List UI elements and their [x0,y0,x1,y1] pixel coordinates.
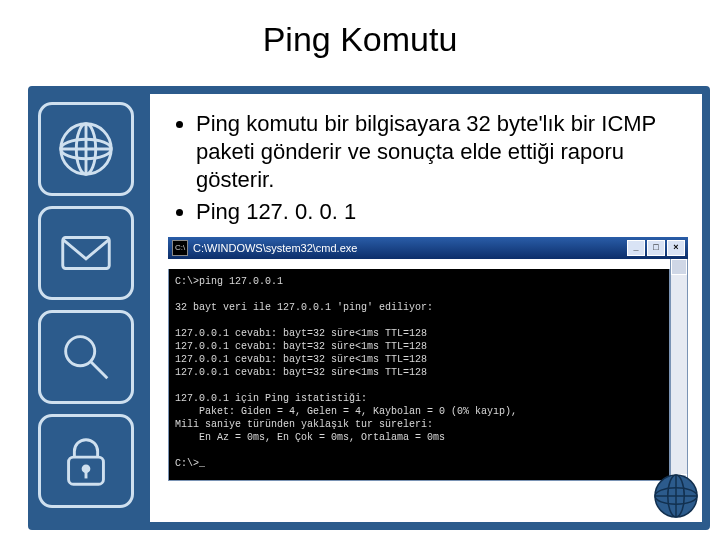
bullets: Ping komutu bir bilgisayara 32 byte'lık … [150,94,702,237]
maximize-button[interactable]: □ [647,240,665,256]
corner-globe-icon [652,472,700,520]
cmd-scrollbar[interactable] [670,259,688,491]
slide: Ping Komutu Ping komutu bir bilgisayara … [0,0,720,540]
sidebar [38,102,136,508]
scroll-up-button[interactable] [671,259,687,275]
svg-point-6 [66,337,95,366]
bullet-item: Ping komutu bir bilgisayara 32 byte'lık … [196,110,680,194]
lock-icon [38,414,134,508]
content-panel: Ping komutu bir bilgisayara 32 byte'lık … [150,94,702,522]
svg-point-9 [83,466,89,472]
close-button[interactable]: × [667,240,685,256]
bullet-item: Ping 127. 0. 0. 1 [196,198,680,226]
search-icon [38,310,134,404]
slide-title: Ping Komutu [0,0,720,59]
cmd-output: C:\>ping 127.0.0.1 32 bayt veri ile 127.… [168,269,670,481]
svg-line-7 [91,362,107,378]
cmd-window: C:\ C:\WINDOWS\system32\cmd.exe _ □ × C:… [168,237,688,491]
cmd-app-icon: C:\ [172,240,188,256]
svg-rect-5 [63,238,110,269]
globe-icon [38,102,134,196]
mail-icon [38,206,134,300]
cmd-window-title: C:\WINDOWS\system32\cmd.exe [193,242,627,254]
cmd-titlebar[interactable]: C:\ C:\WINDOWS\system32\cmd.exe _ □ × [168,237,688,259]
minimize-button[interactable]: _ [627,240,645,256]
scroll-track[interactable] [671,275,687,474]
content-frame: Ping komutu bir bilgisayara 32 byte'lık … [28,86,710,530]
